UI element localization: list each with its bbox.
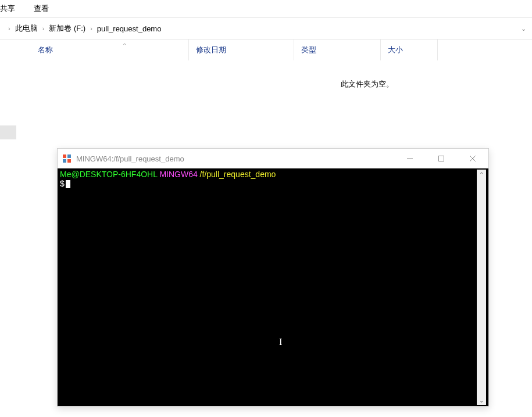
column-label: 修改日期 — [196, 45, 226, 55]
menu-share[interactable]: 共享 — [0, 3, 21, 14]
prompt-env: MINGW64 — [159, 170, 197, 179]
column-headers: ⌃ 名称 修改日期 类型 大小 — [0, 39, 532, 60]
sidebar-highlight — [0, 125, 16, 139]
scrollbar-down-icon[interactable]: ⌄ — [477, 396, 486, 405]
close-button[interactable] — [457, 149, 488, 168]
prompt-path: /f/pull_request_demo — [200, 170, 276, 179]
column-label: 名称 — [38, 45, 53, 55]
minimize-button[interactable] — [394, 149, 426, 168]
svg-rect-5 — [439, 156, 444, 161]
text-cursor — [66, 180, 70, 188]
terminal-window: MINGW64:/f/pull_request_demo Me@DESKTOP-… — [57, 148, 489, 407]
scrollbar-up-icon[interactable]: ⌃ — [477, 170, 486, 179]
breadcrumb-item-pc[interactable]: 此电脑 — [14, 23, 39, 34]
svg-rect-2 — [63, 159, 66, 163]
prompt-symbol: $ — [60, 179, 65, 188]
breadcrumb[interactable]: › 此电脑 › 新加卷 (F:) › pull_request_demo — [0, 23, 162, 34]
terminal-input-line: $ — [60, 179, 477, 188]
chevron-right-icon: › — [87, 25, 96, 32]
menu-bar: 共享 查看 — [0, 0, 532, 17]
column-header-size[interactable]: 大小 — [381, 39, 438, 60]
column-header-type[interactable]: 类型 — [294, 39, 381, 60]
chevron-right-icon: › — [39, 25, 48, 32]
ibeam-cursor-icon: I — [279, 337, 282, 347]
svg-rect-0 — [63, 154, 66, 158]
terminal-titlebar[interactable]: MINGW64:/f/pull_request_demo — [58, 149, 488, 168]
column-label: 类型 — [301, 45, 316, 55]
svg-rect-1 — [67, 154, 71, 158]
prompt-user: Me@DESKTOP-6HF4OHL — [60, 170, 157, 179]
terminal-app-icon — [62, 154, 72, 163]
svg-rect-3 — [67, 159, 71, 163]
breadcrumb-bar: › 此电脑 › 新加卷 (F:) › pull_request_demo ⌄ — [0, 17, 532, 39]
sort-arrow-icon: ⌃ — [122, 42, 127, 49]
column-header-date[interactable]: 修改日期 — [189, 39, 294, 60]
terminal-window-title: MINGW64:/f/pull_request_demo — [76, 154, 184, 163]
empty-folder-message: 此文件夹为空。 — [341, 79, 394, 89]
column-header-name[interactable]: 名称 — [0, 39, 189, 60]
terminal-prompt-line: Me@DESKTOP-6HF4OHL MINGW64 /f/pull_reque… — [60, 170, 477, 179]
menu-view[interactable]: 查看 — [34, 3, 55, 14]
chevron-right-icon: › — [5, 25, 14, 32]
column-label: 大小 — [388, 45, 403, 55]
maximize-button[interactable] — [426, 149, 457, 168]
terminal-scrollbar[interactable]: ⌃ ⌄ — [477, 170, 486, 405]
breadcrumb-item-folder[interactable]: pull_request_demo — [96, 24, 163, 33]
terminal-content[interactable]: Me@DESKTOP-6HF4OHL MINGW64 /f/pull_reque… — [60, 170, 477, 405]
breadcrumb-item-drive[interactable]: 新加卷 (F:) — [48, 23, 87, 34]
terminal-body[interactable]: Me@DESKTOP-6HF4OHL MINGW64 /f/pull_reque… — [58, 168, 488, 406]
window-controls — [394, 149, 488, 168]
chevron-down-icon[interactable]: ⌄ — [521, 25, 526, 33]
